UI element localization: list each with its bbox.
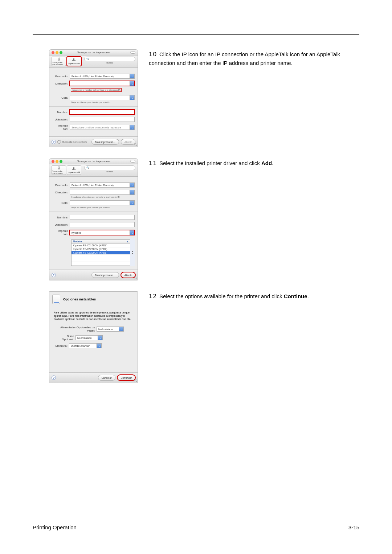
toolbar-toggle-icon[interactable]	[130, 51, 135, 54]
search-input[interactable]: 🔍	[84, 165, 135, 170]
queue-input[interactable]: ⌄	[70, 95, 135, 100]
protocol-label: Protocolo:	[52, 184, 70, 187]
ip-printer-label: Impresora IP	[68, 62, 80, 65]
step-12-row: Opciones instalables Para utilizar todas…	[49, 291, 359, 383]
resize-grip[interactable]	[134, 276, 137, 279]
list-item[interactable]: Kyocera FS-C5200DN (KPDL)	[72, 247, 130, 251]
protocol-select[interactable]: Protocolo LPD (Line Printer Daemon)⌄	[70, 182, 135, 188]
memory-label: Memoria:	[54, 344, 69, 348]
protocol-value: Protocolo LPD (Line Printer Daemon)	[72, 184, 114, 186]
window-title: Navegador de impresoras	[49, 51, 138, 54]
ip-printer-tab[interactable]: 🖧 Impresora IP	[67, 57, 81, 66]
search-input[interactable]: 🔍	[84, 57, 135, 61]
toolbar-toggle-icon[interactable]	[130, 160, 135, 163]
step-11-text: 11Select the installed printer driver an…	[149, 158, 359, 168]
list-item[interactable]: Kyocera FS-C5100DN (KPDL)	[72, 244, 130, 247]
address-label: Dirección:	[52, 191, 70, 194]
location-input[interactable]	[70, 117, 135, 122]
step-number: 10	[149, 51, 157, 58]
protocol-label: Protocolo:	[52, 75, 70, 78]
printwith-select[interactable]: Seleccione un driver o modelo de impreso…	[70, 125, 135, 130]
model-header: Modelo▴	[72, 240, 130, 244]
location-label: Ubicación:	[52, 118, 70, 121]
titlebar: Navegador de impresoras	[49, 159, 138, 164]
resize-grip[interactable]	[134, 143, 137, 146]
chevron-down-icon: ⌄	[119, 327, 123, 331]
queue-label: Cola:	[52, 201, 70, 205]
more-printers-button[interactable]: Más impresoras...	[91, 272, 119, 278]
memory-value: 256MB Estándar	[71, 345, 90, 347]
list-item	[72, 255, 130, 258]
step-11-row: Navegador de impresoras ⎙Navegador por o…	[49, 158, 359, 280]
address-label: Dirección:	[52, 82, 70, 85]
chevron-down-icon: ⌄	[130, 74, 134, 78]
step-number: 11	[149, 160, 157, 167]
printer-icon: ⎙	[58, 166, 60, 170]
address-hint: Introduzca el nombre del servidor o la d…	[71, 89, 121, 91]
spinner-icon	[57, 140, 61, 144]
globe-icon: 🖧	[72, 167, 76, 171]
printer-browser-window-2: Navegador de impresoras ⎙Navegador por o…	[49, 158, 138, 280]
ip-printer-tab[interactable]: 🖧Impresora IP	[67, 165, 81, 175]
installable-options-sheet: Opciones instalables Para utilizar todas…	[49, 291, 138, 383]
add-button[interactable]: Añadir	[121, 272, 135, 278]
step-10-text: 10Click the IP icon for an IP connection…	[149, 49, 359, 67]
help-icon[interactable]: ?	[52, 376, 56, 380]
scrollbar[interactable]: ▴▾	[130, 238, 135, 266]
bottom-rule	[33, 522, 359, 522]
cancel-button[interactable]: Cancelar	[98, 375, 115, 381]
window-footer: ? Más impresoras... Añadir	[49, 270, 138, 280]
list-item-selected[interactable]: Kyocera FS-C5300DN (KPDL)	[72, 251, 130, 255]
globe-icon: 🖧	[72, 58, 76, 62]
step-12-text: 12Select the options available for the p…	[149, 291, 359, 301]
step-body: Select the installed printer driver and …	[159, 160, 261, 166]
list-item	[72, 262, 130, 266]
add-button[interactable]: Añadir	[121, 139, 135, 145]
printwith-label: Imprimir con:	[52, 124, 70, 131]
printwith-label: Imprimir con:	[52, 229, 70, 236]
printwith-value: Seleccione un driver o modelo de impreso…	[72, 126, 121, 129]
step-bold: Continue	[284, 293, 307, 299]
name-label: Nombre:	[52, 216, 70, 219]
search-icon: 🔍	[86, 167, 90, 169]
chevron-down-icon: ⌄	[130, 81, 134, 86]
resize-grip[interactable]	[134, 379, 137, 382]
printer-icon: ⎙	[58, 57, 60, 61]
sheet-title: Opciones instalables	[63, 297, 96, 301]
feeder-select[interactable]: No Instalado⌄	[97, 327, 124, 332]
address-input[interactable]: ⌄	[70, 190, 135, 195]
more-printers-button[interactable]: Más impresoras...	[91, 139, 119, 145]
window-title: Navegador de impresoras	[49, 160, 138, 163]
chevron-down-icon: ⌄	[98, 336, 102, 340]
ip-printer-label: Impresora IP	[68, 171, 80, 173]
printwith-select[interactable]: Kyocera⌄	[70, 230, 135, 235]
status-text: Buscando nuevos drivers	[61, 141, 91, 143]
address-input[interactable]: ⌄	[70, 81, 135, 86]
printer-icon	[52, 295, 60, 304]
chevron-down-icon: ⌄	[130, 125, 134, 130]
model-listbox[interactable]: Modelo▴ Kyocera FS-C5100DN (KPDL) Kyocer…	[71, 239, 130, 266]
name-label: Nombre:	[52, 111, 70, 114]
search-label: Buscar	[84, 171, 135, 173]
location-input[interactable]	[70, 222, 135, 227]
protocol-select[interactable]: Protocolo LPD (Line Printer Daemon)⌄	[70, 74, 135, 79]
footer-right: 3-15	[348, 524, 359, 530]
disk-select[interactable]: No Instalado⌄	[75, 335, 103, 340]
chevron-down-icon: ⌄	[97, 344, 101, 348]
list-item	[72, 258, 130, 262]
feeder-value: No Instalado	[98, 328, 113, 331]
step-body: Click the IP icon for an IP connection o…	[149, 51, 340, 66]
name-input[interactable]	[70, 215, 135, 220]
help-icon[interactable]: ?	[52, 273, 56, 277]
sheet-message: Para utilizar todas las opciones de su i…	[54, 311, 133, 321]
default-browser-tab[interactable]: ⎙Navegador por omisión	[52, 165, 66, 175]
disk-value: No Instalado	[77, 337, 91, 339]
memory-select[interactable]: 256MB Estándar⌄	[69, 343, 102, 348]
titlebar: Navegador de impresoras	[49, 50, 138, 56]
continue-button[interactable]: Continuar	[117, 375, 135, 381]
queue-input[interactable]: ⌄	[70, 200, 135, 205]
chevron-down-icon: ⌄	[130, 95, 134, 100]
help-icon[interactable]: ?	[52, 140, 56, 144]
name-input[interactable]	[70, 110, 135, 115]
default-browser-tab[interactable]: ⎙ Navegador por omisión	[52, 57, 66, 66]
